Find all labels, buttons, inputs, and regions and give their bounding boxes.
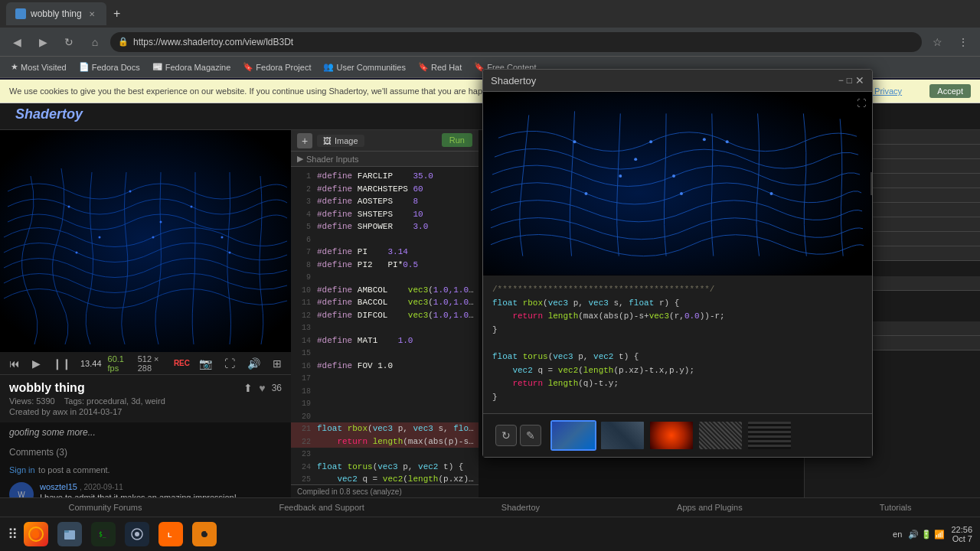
popup-refresh-button[interactable]: ↻ (495, 425, 517, 446)
run-button[interactable]: Run (442, 133, 472, 147)
audio-button[interactable]: 🔊 (244, 356, 263, 371)
taskbar-blender[interactable] (192, 522, 217, 546)
footer-link-apps[interactable]: Apps and Plugins (677, 503, 743, 512)
shader-inputs-header[interactable]: ▶ Shader Inputs (291, 152, 479, 167)
taskbar-lutris[interactable]: L (158, 522, 183, 546)
taskbar-terminal[interactable]: $_ (91, 522, 116, 546)
fullscreen-button[interactable]: ⛶ (221, 356, 238, 371)
nav-bar: ◀ ▶ ↻ ⌂ 🔒 https://www.shadertoy.com/view… (0, 28, 980, 57)
reload-button[interactable]: ↻ (58, 31, 80, 53)
code-line: 16 #define FOV 1.0 (291, 360, 479, 373)
bookmark-icon-communities: 👥 (323, 62, 334, 72)
code-line: 5 #define SHPOWER 3.0 (291, 220, 479, 233)
plus-icon: + (302, 135, 308, 147)
footer-link-shadertoy[interactable]: Shadertoy (501, 503, 540, 512)
grid-icon: ⠿ (8, 527, 18, 542)
menu-button[interactable]: ⋮ (952, 31, 974, 53)
svg-point-15 (672, 174, 675, 178)
bookmark-redhat[interactable]: 🔖 Red Hat (413, 60, 466, 73)
taskbar-firefox[interactable] (24, 522, 48, 546)
code-line: 11 #define BACCOL vec3(1.0,1.0,1.0) (291, 296, 479, 309)
taskbar-right: en 🔊 🔋 📶 22:56 Oct 7 (893, 525, 972, 543)
svg-point-9 (229, 252, 231, 254)
svg-point-16 (584, 192, 587, 195)
taskbar-steam[interactable] (125, 522, 149, 546)
tab-favicon (15, 8, 26, 19)
popup-edit-button[interactable]: ✎ (520, 425, 541, 446)
screenshot-button[interactable]: 📷 (196, 356, 215, 371)
bookmark-fedora-docs[interactable]: 📄 Fedora Docs (74, 60, 145, 73)
popup-close-button[interactable]: ✕ (855, 74, 864, 86)
code-line: 4 #define SHSTEPS 10 (291, 208, 479, 221)
taskbar-files[interactable] (57, 522, 82, 546)
popup-minimize-button[interactable]: − (838, 75, 844, 86)
code-line: 25 vec2 q = vec2(length(p.xz)-t.x,p.y (291, 473, 479, 484)
popup-fullscreen-button[interactable]: ⛶ (857, 98, 866, 109)
like-button[interactable]: ♥ (259, 382, 265, 394)
add-shader-button[interactable]: + (297, 133, 312, 148)
address-bar[interactable]: 🔒 https://www.shadertoy.com/view/ldB3Dt (110, 32, 922, 52)
code-line: 18 (291, 385, 479, 398)
popup-thumb-1[interactable] (550, 420, 596, 451)
compile-status-text: Compiled in 0.8 secs (analyze) (297, 487, 402, 496)
sign-in-link[interactable]: Sign in (9, 465, 35, 474)
popup-expand-button[interactable]: □ (847, 75, 852, 86)
prev-frame-button[interactable]: ⏮ (6, 356, 23, 371)
vr-button[interactable]: ⊞ (270, 356, 285, 371)
star-icon: ★ (11, 62, 18, 72)
page-footer: Community Forums Feedback and Support Sh… (0, 497, 980, 517)
taskbar-clock: 22:56 Oct 7 (951, 525, 972, 543)
tab-close-button[interactable]: ✕ (87, 8, 97, 19)
svg-point-13 (726, 140, 729, 143)
play-button[interactable]: ▶ (29, 356, 44, 371)
popup-thumb-3[interactable] (648, 420, 694, 451)
plus-icon: + (113, 7, 120, 21)
lutris-icon: L (162, 526, 179, 543)
footer-link-tutorials[interactable]: Tutorials (880, 503, 912, 512)
svg-text:$_: $_ (99, 531, 106, 538)
code-line: 9 (291, 271, 479, 284)
comments-header: Comments (3) (9, 447, 282, 458)
popup-thumb-2[interactable] (599, 420, 645, 451)
clock-date: Oct 7 (952, 534, 972, 543)
bookmark-star[interactable]: ☆ (926, 31, 948, 53)
popup-code-line (492, 337, 863, 350)
popup-thumb-5[interactable] (746, 420, 792, 451)
fps-display: 60.1 fps (108, 354, 132, 373)
shader-stats: Views: 5390 Tags: procedural, 3d, weird (9, 396, 282, 406)
share-button[interactable]: ⬆ (243, 382, 253, 394)
code-line-highlighted: 21 float rbox(vec3 p, vec3 s, float r) { (291, 422, 479, 435)
image-tab[interactable]: 🖼 Image (317, 135, 364, 147)
popup-code[interactable]: /***************************************… (483, 276, 872, 413)
svg-point-4 (99, 236, 101, 239)
active-tab[interactable]: wobbly thing ✕ (6, 2, 106, 25)
new-tab-button[interactable]: + (106, 3, 128, 24)
lock-icon: 🔒 (118, 37, 129, 47)
bookmark-user-communities[interactable]: 👥 User Communities (318, 60, 410, 73)
shader-creator: Created by awx in 2014-03-17 (9, 407, 282, 416)
code-line: 23 (291, 448, 479, 461)
collapse-icon: ▶ (297, 154, 303, 164)
back-button[interactable]: ◀ (6, 31, 28, 53)
blender-icon (196, 526, 213, 543)
shadertoy-popup: Shadertoy − □ ✕ (482, 69, 873, 458)
cookie-accept-button[interactable]: Accept (929, 84, 971, 98)
record-button[interactable]: REC (174, 359, 190, 367)
pause-button[interactable]: ❙❙ (50, 356, 74, 371)
popup-code-line: } (492, 324, 863, 337)
forward-button[interactable]: ▶ (32, 31, 54, 53)
popup-expand-right-button[interactable]: ▶ (871, 172, 872, 195)
bookmark-fedora-magazine[interactable]: 📰 Fedora Magazine (148, 60, 236, 73)
popup-code-comment: /***************************************… (492, 283, 863, 297)
code-editor[interactable]: 1 #define FARCLIP 35.0 2 #define MARCHST… (291, 167, 479, 484)
popup-preview-svg (483, 92, 872, 276)
app-grid-button[interactable]: ⠿ (8, 526, 18, 543)
bookmark-most-visited[interactable]: ★ Most Visited (6, 60, 71, 73)
svg-rect-23 (64, 530, 69, 533)
popup-thumb-4[interactable] (697, 420, 743, 451)
svg-point-12 (649, 140, 652, 143)
bookmark-fedora-project[interactable]: 🔖 Fedora Project (238, 60, 315, 73)
footer-link-feedback[interactable]: Feedback and Support (279, 503, 364, 512)
footer-link-community[interactable]: Community Forums (69, 503, 142, 512)
home-button[interactable]: ⌂ (84, 31, 106, 53)
